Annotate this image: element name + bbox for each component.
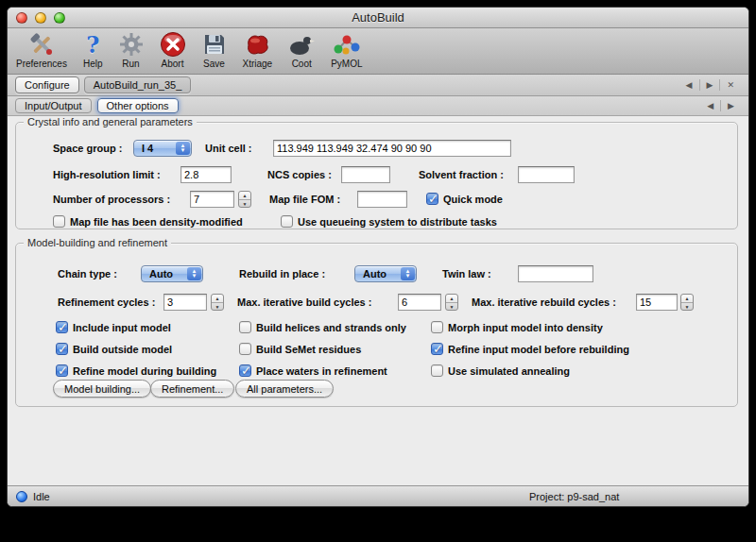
tab-autobuild-run-35[interactable]: AutoBuild_run_35_ — [84, 76, 192, 93]
build-helices-strands-checkbox[interactable]: Build helices and strands only — [239, 321, 406, 333]
max-build-cycles-input[interactable] — [398, 294, 441, 311]
build-outside-model-checkbox[interactable]: Build outside model — [56, 343, 172, 355]
pymol-icon — [333, 30, 361, 59]
coot-button[interactable]: Coot — [285, 30, 318, 69]
map-fom-input[interactable] — [357, 191, 407, 208]
run-button[interactable]: Run — [116, 30, 146, 69]
refinement-button[interactable]: Refinement... — [150, 380, 234, 398]
preferences-button[interactable]: Preferences — [13, 30, 70, 69]
popup-arrows-icon: ▲▼ — [176, 142, 190, 155]
stepper-up-icon[interactable]: ▲ — [212, 295, 223, 303]
refinement-cycles-stepper[interactable]: ▲ ▼ — [211, 294, 224, 311]
ncs-copies-input[interactable] — [341, 166, 390, 183]
tab-input-output[interactable]: Input/Output — [15, 98, 92, 113]
xtriage-button[interactable]: Xtriage — [240, 30, 276, 69]
morph-input-model-checkbox[interactable]: Morph input model into density — [431, 321, 603, 333]
window-title: AutoBuild — [8, 10, 748, 25]
traffic-lights — [16, 12, 65, 24]
build-semet-checkbox[interactable]: Build SeMet residues — [239, 343, 361, 355]
stepper-down-icon[interactable]: ▼ — [212, 303, 223, 311]
run-gear-icon — [119, 30, 144, 59]
processors-stepper[interactable]: ▲ ▼ — [238, 191, 251, 208]
checkbox-box — [431, 343, 443, 355]
checkbox-label: Build outside model — [73, 344, 172, 355]
group-title: Model-building and refinement — [24, 237, 171, 248]
checkbox-box — [56, 343, 68, 355]
checkbox-box — [431, 321, 443, 333]
stepper-up-icon[interactable]: ▲ — [239, 192, 250, 200]
abort-button[interactable]: Abort — [157, 30, 189, 69]
place-waters-checkbox[interactable]: Place waters in refinement — [239, 364, 387, 377]
high-res-input[interactable] — [180, 166, 232, 183]
chain-type-popup[interactable]: Auto ▲▼ — [141, 265, 203, 282]
close-window-button[interactable] — [16, 12, 27, 24]
model-building-button[interactable]: Model building... — [53, 380, 151, 398]
popup-arrows-icon: ▲▼ — [401, 267, 415, 280]
checkbox-box — [56, 364, 68, 377]
stepper-down-icon[interactable]: ▼ — [239, 200, 250, 208]
tool-label: Save — [203, 59, 225, 69]
status-text: Idle — [33, 491, 50, 502]
tool-label: Abort — [162, 59, 184, 69]
max-rebuild-cycles-input[interactable] — [636, 294, 678, 311]
checkbox-label: Refine input model before rebuilding — [448, 344, 629, 355]
queueing-checkbox[interactable]: Use queueing system to distribute tasks — [281, 215, 497, 228]
checkbox-box — [53, 215, 65, 228]
checkbox-box — [239, 321, 251, 333]
tool-label: Help — [83, 59, 103, 69]
tab-close-icon[interactable]: ✕ — [719, 79, 741, 91]
tool-label: Run — [122, 59, 139, 69]
tool-label: Preferences — [16, 59, 67, 69]
checkbox-label: Use simulated annealing — [448, 365, 570, 377]
tab-nav-controls: ◀ ▶ ✕ — [679, 79, 741, 91]
include-input-model-checkbox[interactable]: Include input model — [56, 321, 171, 333]
form-row: Include input model Build helices and st… — [16, 319, 737, 338]
coot-icon — [288, 30, 315, 59]
simulated-annealing-checkbox[interactable]: Use simulated annealing — [431, 364, 570, 377]
save-button[interactable]: Save — [199, 30, 230, 69]
twin-law-label: Twin law : — [442, 268, 491, 279]
max-rebuild-cycles-stepper[interactable]: ▲ ▼ — [680, 294, 694, 311]
tab-other-options[interactable]: Other options — [97, 98, 179, 113]
processors-input[interactable] — [190, 191, 234, 208]
stepper-down-icon[interactable]: ▼ — [681, 303, 693, 311]
options-forward-icon[interactable]: ▶ — [720, 100, 741, 111]
minimize-window-button[interactable] — [35, 12, 46, 24]
max-build-cycles-stepper[interactable]: ▲ ▼ — [445, 294, 458, 311]
content-area: Crystal info and general parameters Spac… — [8, 116, 748, 485]
refine-before-rebuilding-checkbox[interactable]: Refine input model before rebuilding — [431, 343, 629, 355]
density-modified-checkbox[interactable]: Map file has been density-modified — [53, 215, 243, 228]
refinement-cycles-input[interactable] — [163, 294, 207, 311]
checkbox-label: Quick mode — [443, 194, 503, 205]
checkbox-label: Use queueing system to distribute tasks — [298, 216, 497, 228]
tab-configure[interactable]: Configure — [15, 76, 79, 93]
autobuild-window: AutoBuild Preferences ? Help — [7, 7, 749, 507]
stepper-up-icon[interactable]: ▲ — [681, 295, 693, 303]
project-label: Project: p9-sad_nat — [529, 491, 619, 502]
zoom-window-button[interactable] — [54, 12, 65, 24]
popup-value: Auto — [363, 268, 387, 279]
titlebar[interactable]: AutoBuild — [8, 8, 748, 28]
twin-law-input[interactable] — [518, 265, 593, 282]
unit-cell-input[interactable] — [273, 140, 511, 157]
pymol-button[interactable]: PyMOL — [328, 30, 365, 69]
refine-during-building-checkbox[interactable]: Refine model during building — [56, 364, 216, 377]
solvent-fraction-input[interactable] — [518, 166, 575, 183]
form-row: Refinement cycles : ▲ ▼ Max. iterative b… — [16, 294, 737, 313]
form-row: Model building... Refinement... All para… — [16, 380, 737, 398]
refinement-cycles-label: Refinement cycles : — [58, 296, 155, 308]
space-group-popup[interactable]: I 4 ▲▼ — [133, 140, 192, 157]
options-nav-controls: ◀ ▶ — [700, 100, 741, 111]
stepper-up-icon[interactable]: ▲ — [446, 295, 457, 303]
checkbox-label: Place waters in refinement — [256, 365, 387, 377]
tab-forward-icon[interactable]: ▶ — [699, 79, 720, 91]
form-row: Number of processors : ▲ ▼ Map file FOM … — [16, 191, 737, 210]
help-button[interactable]: ? Help — [80, 30, 106, 69]
all-parameters-button[interactable]: All parameters... — [235, 380, 334, 398]
stepper-down-icon[interactable]: ▼ — [446, 303, 457, 311]
tab-back-icon[interactable]: ◀ — [679, 79, 699, 91]
options-back-icon[interactable]: ◀ — [700, 100, 720, 111]
rebuild-in-place-popup[interactable]: Auto ▲▼ — [354, 265, 417, 282]
quick-mode-checkbox[interactable]: Quick mode — [426, 193, 503, 205]
chain-type-label: Chain type : — [58, 268, 117, 279]
